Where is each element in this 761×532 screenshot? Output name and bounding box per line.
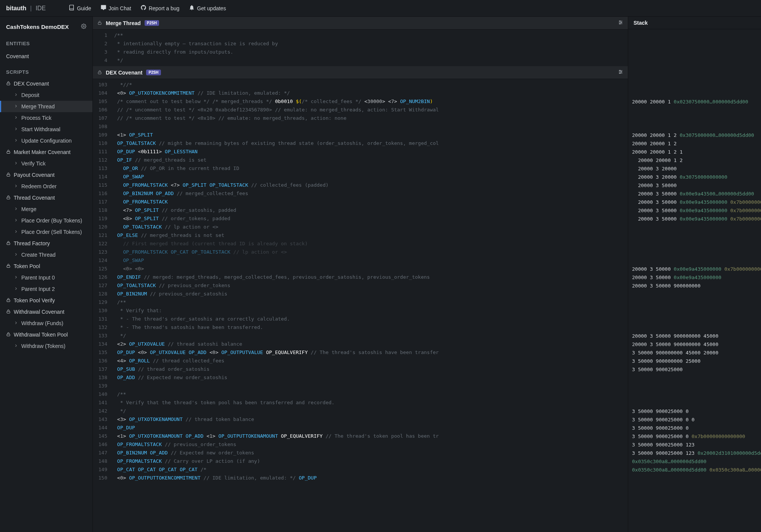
tree-child-label: Create Thread (21, 252, 56, 258)
script-tree: DEX CovenantDepositMerge ThreadProcess T… (0, 78, 92, 352)
nav-updates-label: Get updates (197, 5, 226, 11)
tree-parent-label: Market Maker Covenant (14, 149, 70, 155)
svg-point-16 (619, 23, 620, 24)
tree-parent[interactable]: Market Maker Covenant (0, 146, 92, 158)
github-icon (140, 5, 146, 12)
arrow-icon (14, 320, 18, 326)
lock-icon (6, 309, 11, 315)
nav-guide-label: Guide (77, 5, 91, 11)
gutter-bottom: 1031041051061071081091101111121131141151… (93, 79, 111, 532)
tree-child-label: Start Withdrawal (21, 126, 60, 132)
brand-separator: | (30, 5, 32, 12)
tree-child[interactable]: Merge (0, 203, 92, 215)
tree-child-label: Withdraw (Funds) (21, 320, 63, 326)
stack-header: Stack (628, 17, 761, 29)
tree-child[interactable]: Merge Thread (0, 101, 92, 112)
editor-bottom-header: DEX Covenant P2SH (93, 66, 628, 79)
editor-bottom-pane[interactable]: 1031041051061071081091101111121131141151… (93, 79, 628, 532)
tree-parent-label: Withdrawal Token Pool (14, 332, 68, 338)
project-title: CashTokens DemoDEX (6, 24, 69, 30)
settings-button[interactable] (81, 24, 86, 30)
gear-icon (81, 24, 86, 30)
tree-child[interactable]: Parent Input 0 (0, 272, 92, 283)
tree-parent[interactable]: DEX Covenant (0, 78, 92, 89)
entities-header: ENTITIES (0, 35, 92, 49)
svg-rect-4 (7, 197, 10, 199)
tree-parent[interactable]: Token Pool (0, 260, 92, 272)
lock-icon (6, 172, 11, 178)
editor-top-settings[interactable] (618, 20, 623, 26)
svg-rect-8 (7, 311, 10, 313)
tree-child[interactable]: Create Thread (0, 249, 92, 260)
tree-child-label: Withdraw (Tokens) (21, 343, 65, 349)
tree-child[interactable]: Deposit (0, 89, 92, 101)
tree-child[interactable]: Withdraw (Tokens) (0, 340, 92, 352)
tree-child-label: Verify Tick (21, 160, 46, 167)
code-top[interactable]: /** * intentionally empty – transaction … (111, 30, 628, 66)
bell-icon (189, 5, 195, 12)
editor-bottom-title: DEX Covenant (106, 70, 142, 76)
nav-guide[interactable]: Guide (68, 5, 91, 12)
nav-updates[interactable]: Get updates (189, 5, 226, 12)
editor-top-pane[interactable]: 1234 /** * intentionally empty – transac… (93, 30, 628, 66)
nav-bug-label: Report a bug (149, 5, 180, 11)
tree-parent-label: Token Pool Verify (14, 297, 55, 303)
tree-child-label: Place Order (Buy Tokens) (21, 218, 82, 224)
tree-parent[interactable]: Withdrawal Covenant (0, 306, 92, 318)
lock-icon (97, 70, 102, 76)
entity-covenant[interactable]: Covenant (0, 49, 92, 63)
nav-chat-label: Join Chat (109, 5, 131, 11)
nav-bug[interactable]: Report a bug (140, 5, 180, 12)
svg-rect-2 (7, 152, 10, 154)
tree-child-label: Process Tick (21, 115, 51, 121)
tree-child-label: Parent Input 0 (21, 275, 55, 281)
tree-child[interactable]: Update Configuration (0, 135, 92, 146)
tree-child[interactable]: Parent Input 2 (0, 283, 92, 295)
tree-child[interactable]: Place Order (Buy Tokens) (0, 215, 92, 226)
tree-parent[interactable]: Thread Covenant (0, 192, 92, 203)
arrow-icon (14, 252, 18, 258)
arrow-icon (14, 206, 18, 212)
tree-child[interactable]: Withdraw (Funds) (0, 318, 92, 329)
book-icon (68, 5, 75, 12)
stack-body[interactable]: 20000 20000 1 0x0230750000…000000d5dd00 … (628, 29, 761, 532)
arrow-icon (14, 160, 18, 167)
svg-rect-3 (7, 175, 10, 176)
nav-chat[interactable]: Join Chat (100, 5, 131, 12)
tree-child[interactable]: Place Order (Sell Tokens) (0, 226, 92, 238)
code-bottom[interactable]: *//* <0> OP_UTXOTOKENCOMMITMENT // IDE l… (111, 79, 628, 532)
tree-parent-label: Thread Factory (14, 240, 50, 246)
tree-child[interactable]: Process Tick (0, 112, 92, 124)
arrow-icon (14, 218, 18, 224)
lock-icon (6, 81, 11, 87)
chat-icon (100, 5, 107, 12)
tree-child[interactable]: Redeem Order (0, 181, 92, 192)
tree-parent[interactable]: Payout Covenant (0, 169, 92, 181)
arrow-icon (14, 286, 18, 292)
tree-child[interactable]: Start Withdrawal (0, 124, 92, 135)
tree-child-label: Update Configuration (21, 138, 72, 144)
arrow-icon (14, 138, 18, 144)
svg-point-15 (621, 22, 622, 23)
lock-icon (6, 240, 11, 246)
lock-icon (6, 195, 11, 201)
svg-rect-7 (7, 300, 10, 302)
brand-sub: IDE (35, 5, 46, 12)
editor-bottom-settings[interactable] (618, 69, 623, 76)
lock-icon (6, 149, 11, 155)
gutter-top: 1234 (93, 30, 111, 66)
tree-parent[interactable]: Thread Factory (0, 238, 92, 249)
brand-name: bitauth (6, 5, 26, 12)
arrow-icon (14, 92, 18, 98)
tree-child[interactable]: Verify Tick (0, 158, 92, 169)
stack-column: Stack 20000 20000 1 0x0230750000…000000d… (628, 17, 761, 532)
arrow-icon (14, 343, 18, 349)
svg-rect-5 (7, 243, 10, 245)
editor-column: Merge Thread P2SH 1234 /** * intentional… (93, 17, 628, 532)
editor-bottom-badge: P2SH (146, 70, 161, 75)
arrow-icon (14, 229, 18, 235)
svg-point-0 (83, 25, 84, 27)
tree-parent[interactable]: Withdrawal Token Pool (0, 329, 92, 340)
tree-parent[interactable]: Token Pool Verify (0, 295, 92, 306)
tree-child-label: Merge Thread (21, 103, 55, 110)
